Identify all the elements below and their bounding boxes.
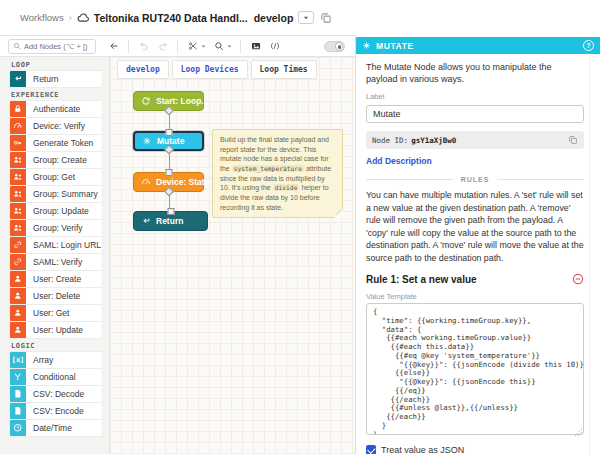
remove-rule-icon[interactable] <box>572 273 584 285</box>
key-icon <box>10 135 26 151</box>
label-field-label: Label <box>366 92 584 101</box>
treat-as-json-label: Treat value as JSON <box>381 445 464 454</box>
workflow-title: Teltonika RUT240 Data Handl... <box>94 12 248 24</box>
palette-item-device-verify[interactable]: Device: Verify <box>10 118 102 134</box>
link-icon <box>10 254 26 270</box>
debug-toggle[interactable] <box>324 41 345 52</box>
palette-section-logic: LOGIC <box>0 339 109 352</box>
palette-item-label: Group: Get <box>26 169 75 185</box>
tab-loop-times[interactable]: Loop Times <box>251 60 317 79</box>
palette-item-group-create[interactable]: Group: Create <box>10 152 102 168</box>
inspector-header: MUTATE ? <box>356 37 600 54</box>
group-icon <box>10 220 26 236</box>
help-icon[interactable]: ? <box>583 40 594 51</box>
capture-button[interactable] <box>248 39 263 54</box>
workflow-flow: Start: Loop...MutateDevice: StateReturnB… <box>110 57 355 454</box>
chevron-down-icon <box>200 43 207 50</box>
palette-item-group-get[interactable]: Group: Get <box>10 169 102 185</box>
toolbar-divider <box>240 40 241 53</box>
duplicate-workflow-icon[interactable] <box>320 12 332 24</box>
add-nodes-search-input[interactable] <box>24 42 91 51</box>
palette-item-csv-decode[interactable]: CSV: Decode <box>10 386 102 402</box>
breadcrumb-workflows-link[interactable]: Workflows <box>20 12 64 23</box>
label-input[interactable] <box>366 105 584 123</box>
node-id-field: Node ID: gsY1aXjBw0 <box>366 131 584 149</box>
workflow-editor: Workflows › Teltonika RUT240 Data Handl.… <box>0 0 600 454</box>
tab-loop-devices[interactable]: Loop Devices <box>172 60 248 79</box>
palette-item-label: User: Delete <box>26 288 80 304</box>
inspector-title: MUTATE <box>376 41 583 51</box>
workflow-canvas[interactable]: developLoop DevicesLoop Times Start: Loo… <box>110 57 355 454</box>
mutate-icon <box>362 41 371 50</box>
palette-item-user-get[interactable]: User: Get <box>10 305 102 321</box>
code-button[interactable] <box>267 39 282 54</box>
back-button[interactable] <box>106 39 121 54</box>
chevron-down-icon <box>302 14 310 22</box>
canvas-tabs: developLoop DevicesLoop Times <box>117 60 320 79</box>
toolbar-divider <box>177 40 178 53</box>
palette-item-label: Group: Create <box>26 152 87 168</box>
palette-item-label: Array <box>26 352 53 368</box>
value-template-label: Value Template <box>366 292 584 301</box>
palette-item-label: Authenticate <box>26 101 80 117</box>
treat-as-json-checkbox[interactable]: Treat value as JSON <box>366 445 584 454</box>
group-icon <box>10 186 26 202</box>
user-icon <box>10 271 26 287</box>
palette-item-label: Date/Time <box>26 420 72 436</box>
palette-item-saml-login-url[interactable]: SAML: Login URL <box>10 237 102 253</box>
node-device-state[interactable]: Device: State <box>133 172 204 192</box>
palette-item-group-verify[interactable]: Group: Verify <box>10 220 102 236</box>
chevron-down-icon <box>226 43 233 50</box>
node-id-prefix: Node ID: <box>372 136 408 145</box>
resize-grip[interactable] <box>575 429 582 436</box>
palette-item-user-update[interactable]: User: Update <box>10 322 102 338</box>
array-icon: [x] <box>10 352 26 368</box>
file-icon <box>10 403 26 419</box>
copy-node-id-icon[interactable] <box>568 135 578 145</box>
palette-item-label: Return <box>26 71 59 87</box>
palette-item-array[interactable]: [x]Array <box>10 352 102 368</box>
palette-section-loop: LOOP <box>0 58 109 71</box>
user-icon <box>10 288 26 304</box>
node-id-value: gsY1aXjBw0 <box>411 136 456 145</box>
palette-item-date-time[interactable]: Date/Time <box>10 420 102 436</box>
palette-item-user-delete[interactable]: User: Delete <box>10 288 102 304</box>
palette-item-authenticate[interactable]: Authenticate <box>10 101 102 117</box>
lock-icon <box>10 101 26 117</box>
add-description-link[interactable]: Add Description <box>366 156 432 166</box>
node-label: Start: Loop... <box>156 96 208 106</box>
search-icon <box>13 42 21 50</box>
palette-item-conditional[interactable]: Conditional <box>10 369 102 385</box>
breadcrumb-separator: › <box>69 12 72 23</box>
canvas-note[interactable]: Build up the final state payload and rep… <box>212 129 343 218</box>
palette-item-label: User: Update <box>26 322 83 338</box>
palette-item-csv-encode[interactable]: CSV: Encode <box>10 403 102 419</box>
node-label: Mutate <box>157 136 184 146</box>
redo-button <box>155 39 170 54</box>
group-icon <box>10 169 26 185</box>
zoom-button[interactable] <box>211 39 226 54</box>
loop-icon <box>141 96 151 106</box>
palette-item-generate-token[interactable]: Generate Token <box>10 135 102 151</box>
node-start-loop[interactable]: Start: Loop... <box>133 91 204 111</box>
value-template-textarea[interactable]: { "time": {{working.timeGroup.key}}, "da… <box>366 303 584 435</box>
palette-item-user-create[interactable]: User: Create <box>10 271 102 287</box>
return-arrow-icon <box>141 216 151 226</box>
palette-item-label: Generate Token <box>26 135 93 151</box>
palette-item-group-update[interactable]: Group: Update <box>10 203 102 219</box>
tab-develop[interactable]: develop <box>117 60 169 79</box>
branch-icon <box>10 369 26 385</box>
palette-item-group-summary[interactable]: Group: Summary <box>10 186 102 202</box>
node-mutate[interactable]: Mutate <box>133 131 204 151</box>
palette-item-return[interactable]: Return <box>10 71 102 87</box>
palette-item-saml-verify[interactable]: SAML: Verify <box>10 254 102 270</box>
cut-button[interactable] <box>185 39 200 54</box>
node-return[interactable]: Return <box>133 211 208 231</box>
add-nodes-search[interactable] <box>8 39 96 54</box>
canvas-toolbar <box>0 35 355 57</box>
inspector-scrollbar[interactable] <box>589 55 600 454</box>
gauge-icon <box>141 177 151 187</box>
version-dropdown-button[interactable] <box>298 11 314 24</box>
toggle-knob <box>335 42 344 51</box>
palette-item-label: SAML: Verify <box>26 254 82 270</box>
